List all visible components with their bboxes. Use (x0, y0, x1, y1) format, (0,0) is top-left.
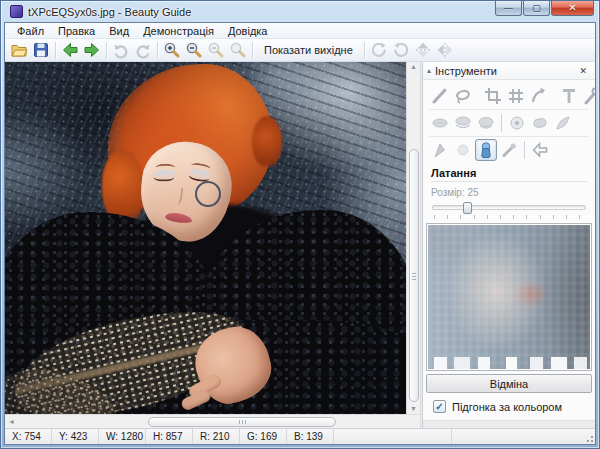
tool-separator (501, 114, 502, 132)
window-title: tXPcEQSyx0s.jpg - Beauty Guide (28, 6, 191, 18)
menu-help[interactable]: Довідка (221, 24, 275, 38)
toolbar-separator (55, 42, 56, 59)
status-empty (334, 429, 452, 444)
status-g: G: 169 (240, 429, 287, 444)
minimize-button[interactable]: — (495, 1, 522, 16)
tool-blush-icon[interactable] (529, 112, 551, 134)
tool-lips-icon[interactable] (429, 112, 451, 134)
section-title: Латання (431, 167, 587, 182)
title-bar[interactable]: tXPcEQSyx0s.jpg - Beauty Guide — ▢ ✕ (4, 1, 596, 22)
slider-thumb[interactable] (463, 202, 472, 214)
menu-demonstration[interactable]: Демонстрація (136, 24, 221, 38)
tool-text-icon[interactable] (558, 85, 580, 107)
tool-separator (524, 141, 525, 159)
status-w: W: 1280 (99, 429, 146, 444)
tool-buttons (423, 80, 595, 163)
tool-soft-dot-icon[interactable] (452, 139, 474, 161)
tool-cone-icon[interactable] (429, 139, 451, 161)
tool-eyelid-upper-icon[interactable] (452, 112, 474, 134)
tool-eyelid-lower-icon[interactable] (475, 112, 497, 134)
scroll-down-icon[interactable]: ▼ (410, 404, 417, 414)
tool-grid-icon[interactable] (505, 85, 527, 107)
canvas-column: ▲ ▼ ◄ (5, 62, 420, 428)
collapse-panel-icon[interactable]: ▴ (427, 66, 431, 75)
status-y: Y: 423 (52, 429, 99, 444)
zoom-out-icon[interactable] (183, 40, 205, 61)
tool-row-2 (429, 109, 589, 136)
match-color-label: Підгонка за кольором (452, 401, 562, 413)
match-color-checkbox[interactable]: ✓ (433, 400, 446, 413)
slider-ticks (434, 215, 584, 219)
back-icon[interactable] (59, 40, 81, 61)
scroll-up-icon[interactable]: ▲ (410, 62, 417, 72)
patch-tool-cursor (195, 181, 221, 207)
tool-crop-icon[interactable] (482, 85, 504, 107)
redo-icon[interactable] (132, 40, 154, 61)
rotate-cw-icon[interactable] (368, 40, 390, 61)
patch-preview-image (428, 225, 590, 369)
tool-lasso-icon[interactable] (452, 85, 474, 107)
tool-wrench-icon[interactable] (581, 85, 595, 107)
app-window: tXPcEQSyx0s.jpg - Beauty Guide — ▢ ✕ Фай… (0, 0, 600, 449)
scroll-left-icon[interactable]: ◄ (8, 417, 15, 427)
size-label: Розмір: 25 (431, 187, 587, 198)
tool-pin-icon[interactable] (498, 139, 520, 161)
image-canvas[interactable] (5, 62, 406, 414)
toolbar-separator (364, 42, 365, 59)
close-panel-icon[interactable]: ✕ (577, 66, 589, 76)
menu-edit[interactable]: Правка (51, 24, 102, 38)
status-x: X: 754 (5, 429, 52, 444)
maximize-button[interactable]: ▢ (523, 1, 550, 16)
undo-icon[interactable] (110, 40, 132, 61)
cancel-button[interactable]: Відміна (426, 374, 592, 393)
tool-row-3 (429, 136, 589, 163)
tool-patch-icon[interactable] (475, 139, 497, 161)
horizontal-scrollbar[interactable]: ◄ (5, 414, 420, 428)
show-original-button[interactable]: Показати вихідне (256, 42, 361, 58)
menu-bar: Файл Правка Вид Демонстрація Довідка (5, 23, 595, 39)
tool-leaf-icon[interactable] (552, 112, 574, 134)
tool-row-1 (429, 83, 589, 109)
toolbar-separator (252, 42, 253, 59)
tool-iris-icon[interactable] (506, 112, 528, 134)
zoom-original-icon[interactable] (227, 40, 249, 61)
horizontal-scroll-thumb[interactable] (148, 417, 336, 427)
size-slider[interactable] (432, 201, 586, 219)
vertical-scrollbar[interactable]: ▲ ▼ (406, 62, 420, 414)
open-icon[interactable] (8, 40, 30, 61)
preview-white-blocks (428, 357, 590, 369)
toolbar: Показати вихідне (5, 39, 595, 62)
tools-panel: ▴ Інструменти ✕ (422, 62, 595, 428)
menu-view[interactable]: Вид (102, 24, 136, 38)
status-b: B: 139 (287, 429, 334, 444)
app-icon (10, 5, 23, 18)
panel-empty-area (423, 420, 595, 428)
tools-panel-title: Інструменти (435, 65, 497, 77)
status-h: H: 857 (146, 429, 193, 444)
vertical-scroll-thumb[interactable] (409, 149, 419, 402)
forward-icon[interactable] (81, 40, 103, 61)
tool-line-icon[interactable] (429, 85, 451, 107)
flip-horizontal-icon[interactable] (434, 40, 456, 61)
zoom-in-icon[interactable] (161, 40, 183, 61)
tool-curve-icon[interactable] (528, 85, 550, 107)
patch-preview-frame (426, 223, 592, 371)
status-r: R: 210 (193, 429, 240, 444)
zoom-fit-icon[interactable] (205, 40, 227, 61)
toolbar-separator (157, 42, 158, 59)
tool-apply-left-icon[interactable] (529, 139, 551, 161)
slider-track[interactable] (432, 205, 586, 210)
tools-panel-header: ▴ Інструменти ✕ (423, 62, 595, 80)
patch-section: Латання Розмір: 25 (423, 163, 595, 219)
photo-vignette (5, 62, 406, 414)
toolbar-separator (106, 42, 107, 59)
status-bar: X: 754 Y: 423 W: 1280 H: 857 R: 210 G: 1… (5, 428, 595, 444)
match-color-row: ✓ Підгонка за кольором (433, 400, 589, 413)
close-button[interactable]: ✕ (551, 1, 594, 16)
save-icon[interactable] (30, 40, 52, 61)
preview-pixelation (428, 225, 590, 369)
flip-vertical-icon[interactable] (412, 40, 434, 61)
rotate-ccw-icon[interactable] (390, 40, 412, 61)
resize-grip[interactable] (584, 433, 594, 443)
menu-file[interactable]: Файл (10, 24, 51, 38)
